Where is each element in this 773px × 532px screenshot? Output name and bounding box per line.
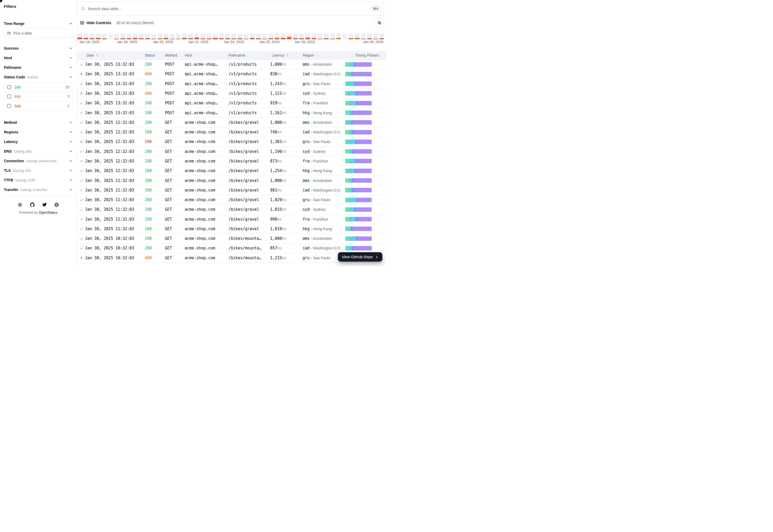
timeline-bar[interactable] <box>96 33 100 39</box>
column-header-cell-date[interactable]: Date <box>85 53 145 57</box>
timeline-bar[interactable] <box>195 33 199 39</box>
table-row[interactable]: Jan 30, 2025 10:32:03200GETacme-shop.com… <box>77 243 386 253</box>
timeline-bar[interactable] <box>244 34 249 39</box>
timeline-bar[interactable] <box>232 33 236 39</box>
table-row[interactable]: Jan 30, 2025 12:32:03200GETacme-shop.com… <box>77 147 386 156</box>
github-icon[interactable] <box>30 202 35 207</box>
timeline-bar[interactable] <box>269 33 273 39</box>
timeline-bar[interactable] <box>207 34 212 39</box>
view-settings-button[interactable] <box>375 18 384 28</box>
timeline-bar[interactable] <box>330 34 335 39</box>
timeline-bar[interactable] <box>373 34 378 39</box>
timeline-bar[interactable] <box>127 33 131 39</box>
timeline-bar[interactable] <box>318 34 323 39</box>
timeline-chart[interactable]: Jan 16, 2025Jan 18, 2025Jan 20, 2025Jan … <box>77 33 384 45</box>
timeline-bar[interactable] <box>102 34 107 39</box>
checkbox[interactable] <box>7 94 11 98</box>
timeline-bar[interactable] <box>275 33 280 39</box>
timeline-bar[interactable] <box>84 33 88 39</box>
twitter-icon[interactable] <box>42 202 47 207</box>
table-row[interactable]: Jan 30, 2025 11:32:03200GETacme-shop.com… <box>77 215 386 224</box>
timeline-bar[interactable] <box>336 33 341 39</box>
timeline-bar[interactable] <box>213 33 218 39</box>
timeline-bar[interactable] <box>312 33 316 39</box>
table-row[interactable]: Jan 30, 2025 11:32:03200GETacme-shop.com… <box>77 195 386 205</box>
timeline-bar[interactable] <box>379 33 384 39</box>
section-connection[interactable]: Connectiontiming.connection <box>4 157 73 165</box>
timeline-bar[interactable] <box>108 35 113 39</box>
search-input[interactable] <box>88 6 368 11</box>
view-github-repo-button[interactable]: View GitHub Repo <box>338 252 382 262</box>
theme-toggle-sun-icon[interactable] <box>18 202 22 207</box>
timeline-bar[interactable] <box>120 33 125 39</box>
section-status-code[interactable]: Status Code status <box>4 73 73 81</box>
timeline-bar[interactable] <box>188 33 193 39</box>
table-row[interactable]: Jan 30, 2025 11:32:03200GETacme-shop.com… <box>77 186 386 195</box>
table-row[interactable]: Jan 30, 2025 10:32:03200GETacme-shop.com… <box>77 234 386 243</box>
table-row[interactable]: Jan 30, 2025 13:32:03400POSTapi.acme-sho… <box>77 69 386 79</box>
checkbox[interactable] <box>7 104 11 108</box>
table-row[interactable]: Jan 30, 2025 12:32:03200GETacme-shop.com… <box>77 127 386 137</box>
timeline-bar[interactable] <box>250 33 255 39</box>
table-row[interactable]: Jan 30, 2025 11:32:03200GETacme-shop.com… <box>77 205 386 214</box>
section-tls[interactable]: TLStiming.tls <box>4 166 73 175</box>
section-transfer[interactable]: Transfertiming.transfer <box>4 186 73 194</box>
section-dns[interactable]: DNStiming.dns <box>4 147 73 155</box>
date-picker[interactable]: Pick a date <box>4 29 73 38</box>
timeline-bar[interactable] <box>367 33 372 39</box>
table-row[interactable]: Jan 30, 2025 13:32:03200POSTapi.acme-sho… <box>77 79 386 89</box>
status-option-200[interactable]: 20025 <box>4 83 72 92</box>
table-row[interactable]: Jan 30, 2025 11:32:03200GETacme-shop.com… <box>77 176 386 185</box>
table-row[interactable]: Jan 30, 2025 12:32:03200GETacme-shop.com… <box>77 118 386 127</box>
timeline-bar[interactable] <box>145 33 150 39</box>
timeline-bar[interactable] <box>182 33 187 39</box>
table-row[interactable]: Jan 30, 2025 11:32:03200GETacme-shop.com… <box>77 224 386 234</box>
timeline-bar[interactable] <box>151 34 156 39</box>
timeline-bar[interactable] <box>293 34 298 39</box>
timeline-bar[interactable] <box>226 34 230 39</box>
timeline-bar[interactable] <box>349 34 353 39</box>
timeline-bar[interactable] <box>281 33 286 39</box>
timeline-bar[interactable] <box>114 34 119 39</box>
openstatus-link[interactable]: OpenStatus <box>39 210 57 214</box>
checkbox[interactable] <box>7 85 11 89</box>
timeline-bar[interactable] <box>170 34 174 39</box>
timeline-bar[interactable] <box>361 34 366 39</box>
timeline-bar[interactable] <box>238 34 242 39</box>
timeline-bar[interactable] <box>287 33 292 39</box>
status-option-400[interactable]: 4003 <box>4 92 72 101</box>
timeline-bar[interactable] <box>90 34 94 39</box>
table-row[interactable]: Jan 30, 2025 13:32:03200POSTapi.acme-sho… <box>77 108 386 118</box>
section-ttfb[interactable]: TTFBtiming.ttfb <box>4 176 73 184</box>
section-time-range[interactable]: Time Range <box>4 19 73 28</box>
timeline-bar[interactable] <box>201 34 206 39</box>
timeline-bar[interactable] <box>324 33 329 39</box>
section-pathname[interactable]: Pathname <box>4 63 73 72</box>
section-host[interactable]: Host <box>4 54 73 62</box>
timeline-bar[interactable] <box>176 34 181 39</box>
timeline-bar[interactable] <box>158 33 162 39</box>
timeline-bar[interactable] <box>163 33 168 39</box>
timeline-bar[interactable] <box>262 34 267 39</box>
status-option-500[interactable]: 5002 <box>4 101 72 111</box>
table-row[interactable]: Jan 30, 2025 13:32:03200POSTapi.acme-sho… <box>77 60 386 69</box>
table-row[interactable]: Jan 30, 2025 13:32:03200POSTapi.acme-sho… <box>77 98 386 108</box>
globe-icon[interactable] <box>54 202 59 207</box>
hide-controls-button[interactable]: Hide Controls <box>80 21 111 25</box>
table-row[interactable]: Jan 30, 2025 12:32:03500GETacme-shop.com… <box>77 137 386 147</box>
table-row[interactable]: Jan 30, 2025 12:32:03200GETacme-shop.com… <box>77 156 386 166</box>
timeline-bar[interactable] <box>256 33 261 39</box>
timeline-bar[interactable] <box>299 34 304 39</box>
section-latency[interactable]: Latency <box>4 138 73 146</box>
table-row[interactable]: Jan 30, 2025 13:32:03400POSTapi.acme-sho… <box>77 89 386 98</box>
section-regions[interactable]: Regions <box>4 128 73 136</box>
timeline-bar[interactable] <box>355 33 360 39</box>
timeline-bar[interactable] <box>306 33 310 39</box>
section-method[interactable]: Method <box>4 118 73 127</box>
timeline-bar[interactable] <box>133 33 138 39</box>
timeline-bar[interactable] <box>219 33 224 39</box>
column-header-cell-latency[interactable]: Latency <box>270 53 303 57</box>
timeline-bar[interactable] <box>139 34 144 39</box>
timeline-bar[interactable] <box>77 33 82 39</box>
timeline-bar[interactable] <box>343 34 347 39</box>
